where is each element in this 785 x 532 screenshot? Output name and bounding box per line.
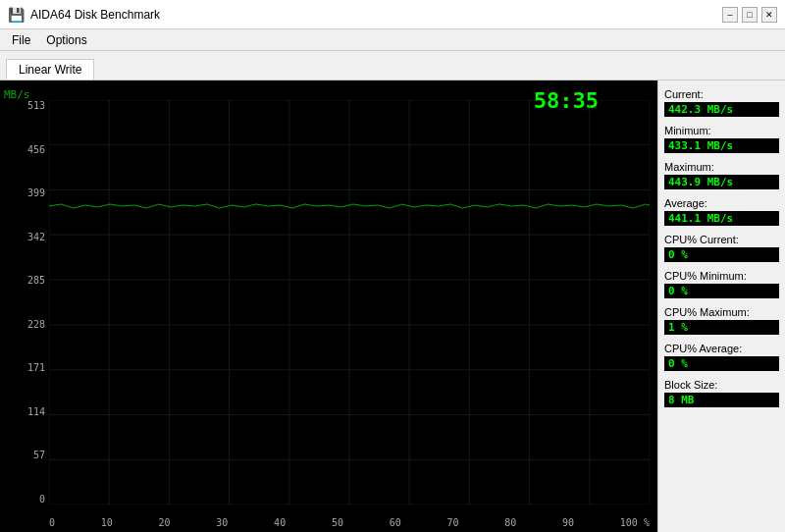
- stat-minimum: Minimum: 433.1 MB/s: [664, 125, 779, 153]
- x-tick-40: 40: [274, 517, 286, 528]
- chart-svg: [49, 100, 650, 505]
- x-tick-20: 20: [159, 517, 171, 528]
- x-tick-30: 30: [216, 517, 228, 528]
- y-tick-228: 228: [4, 319, 45, 330]
- stat-cpu-minimum: CPU% Minimum: 0 %: [664, 270, 779, 298]
- cpu-current-label: CPU% Current:: [664, 234, 779, 245]
- window-title: AIDA64 Disk Benchmark: [30, 8, 160, 22]
- title-bar-left: 💾 AIDA64 Disk Benchmark: [8, 7, 160, 23]
- title-bar-controls: – □ ✕: [722, 7, 777, 23]
- x-tick-0: 0: [49, 517, 55, 528]
- y-tick-114: 114: [4, 406, 45, 417]
- maximum-value: 443.9 MB/s: [664, 175, 779, 189]
- y-tick-0: 0: [4, 494, 45, 505]
- cpu-minimum-label: CPU% Minimum:: [664, 270, 779, 282]
- x-tick-50: 50: [332, 517, 343, 528]
- y-tick-456: 456: [4, 144, 45, 155]
- minimize-button[interactable]: –: [722, 7, 738, 23]
- x-tick-80: 80: [504, 517, 516, 528]
- average-value: 441.1 MB/s: [664, 211, 779, 226]
- menu-options[interactable]: Options: [38, 31, 94, 49]
- cpu-average-value: 0 %: [664, 356, 779, 371]
- close-button[interactable]: ✕: [761, 7, 777, 23]
- current-value: 442.3 MB/s: [664, 102, 779, 117]
- tab-linear-write[interactable]: Linear Write: [6, 59, 94, 80]
- stat-block-size: Block Size: 8 MB: [664, 379, 779, 407]
- x-tick-60: 60: [390, 517, 401, 528]
- cpu-maximum-value: 1 %: [664, 320, 779, 335]
- tab-bar: Linear Write: [0, 51, 785, 80]
- stat-current: Current: 442.3 MB/s: [664, 88, 779, 117]
- stat-cpu-maximum: CPU% Maximum: 1 %: [664, 306, 779, 335]
- y-tick-57: 57: [4, 450, 45, 460]
- right-panel: Current: 442.3 MB/s Minimum: 433.1 MB/s …: [657, 80, 785, 532]
- stat-maximum: Maximum: 443.9 MB/s: [664, 161, 779, 189]
- block-size-label: Block Size:: [664, 379, 779, 391]
- y-tick-399: 399: [4, 187, 45, 198]
- stat-cpu-current: CPU% Current: 0 %: [664, 234, 779, 262]
- cpu-minimum-value: 0 %: [664, 284, 779, 298]
- menu-file[interactable]: File: [4, 31, 38, 49]
- block-size-value: 8 MB: [664, 393, 779, 407]
- x-tick-70: 70: [446, 517, 458, 528]
- cpu-maximum-label: CPU% Maximum:: [664, 306, 779, 318]
- main-area: MB/s 58:35 513 456 399 342 285 228 171 1…: [0, 80, 785, 532]
- x-tick-90: 90: [562, 517, 574, 528]
- cpu-average-label: CPU% Average:: [664, 343, 779, 354]
- minimum-value: 433.1 MB/s: [664, 138, 779, 153]
- current-label: Current:: [664, 88, 779, 100]
- title-bar: 💾 AIDA64 Disk Benchmark – □ ✕: [0, 0, 785, 29]
- x-tick-10: 10: [101, 517, 113, 528]
- menu-bar: File Options: [0, 29, 785, 51]
- cpu-current-value: 0 %: [664, 247, 779, 262]
- stat-average: Average: 441.1 MB/s: [664, 197, 779, 226]
- app-icon: 💾: [8, 7, 25, 23]
- maximum-label: Maximum:: [664, 161, 779, 173]
- maximize-button[interactable]: □: [742, 7, 758, 23]
- average-label: Average:: [664, 197, 779, 209]
- y-tick-342: 342: [4, 232, 45, 242]
- y-tick-285: 285: [4, 275, 45, 286]
- minimum-label: Minimum:: [664, 125, 779, 136]
- y-tick-171: 171: [4, 362, 45, 373]
- stat-cpu-average: CPU% Average: 0 %: [664, 343, 779, 371]
- chart-area: MB/s 58:35 513 456 399 342 285 228 171 1…: [0, 80, 657, 532]
- x-tick-100: 100 %: [620, 517, 650, 528]
- y-tick-513: 513: [4, 100, 45, 111]
